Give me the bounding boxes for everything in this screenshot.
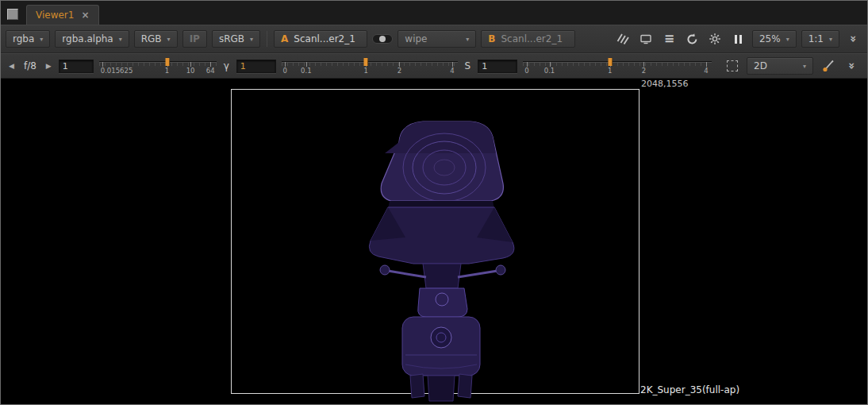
channels-label: rgba — [13, 33, 34, 44]
prev-arrow-icon[interactable]: ◀ — [7, 62, 16, 70]
proxy-scale-label: 1:1 — [808, 33, 824, 44]
fstop-display[interactable]: f/8 — [21, 60, 39, 71]
chevron-down-icon: ▾ — [119, 36, 122, 43]
proxy-scale-dropdown[interactable]: 1:1 ▾ — [801, 30, 839, 48]
tab-bar: Viewer1 × — [1, 1, 867, 25]
gain-tick-label: 1 — [165, 67, 169, 75]
tab-label: Viewer1 — [36, 10, 74, 21]
input-a-value: Scanl...er2_1 — [294, 33, 360, 44]
chevron-down-icon: ▾ — [803, 63, 806, 70]
panel-icon[interactable] — [7, 9, 18, 20]
wipe-mode-label: wipe — [405, 33, 460, 44]
input-b-value: Scanl...er2_1 — [501, 33, 568, 44]
saturation-tick-label: 0.1 — [544, 67, 555, 75]
gain-tick-label: 10 — [186, 67, 195, 75]
zoom-label: 25% — [759, 33, 781, 44]
format-name-label: 2K_Super_35(full-ap) — [640, 384, 739, 395]
sample-color-icon[interactable] — [819, 58, 837, 75]
chevron-down-icon: ▾ — [40, 36, 43, 43]
tab-viewer1[interactable]: Viewer1 × — [26, 5, 99, 25]
gamma-slider-handle[interactable] — [364, 58, 368, 66]
wipe-toggle[interactable] — [372, 34, 393, 44]
color-controls-bar: ◀ f/8 ▶ 0.015625 1 10 64 γ 0 0.1 1 2 — [1, 53, 867, 79]
saturation-label: S — [463, 60, 473, 71]
gain-tick-label: 0.015625 — [101, 67, 133, 75]
gamma-tick-label: 0 — [282, 67, 286, 75]
chevron-down-icon: ▾ — [250, 36, 253, 43]
gamma-input[interactable] — [236, 60, 276, 73]
saturation-input[interactable] — [478, 60, 517, 73]
roi-icon[interactable] — [723, 58, 741, 75]
close-icon[interactable]: × — [81, 10, 89, 20]
input-process-button[interactable]: IP — [182, 30, 207, 48]
rendered-snowmobile-image — [350, 118, 532, 404]
alpha-channel-label: rgba.alpha — [62, 33, 113, 44]
gain-slider-handle[interactable] — [165, 58, 169, 66]
zoom-dropdown[interactable]: 25% ▾ — [752, 30, 797, 48]
alpha-channel-dropdown[interactable]: rgba.alpha ▾ — [55, 30, 129, 48]
gamma-tick-label: 0.1 — [301, 67, 312, 75]
colorspace-label: sRGB — [219, 33, 244, 44]
input-b-badge: B — [488, 33, 495, 44]
display-mode-dropdown[interactable]: RGB ▾ — [134, 30, 178, 48]
viewer-canvas[interactable]: 2048,1556 2K_Super_35(full-ap) — [1, 79, 867, 404]
viewer-toolbar: rgba ▾ rgba.alpha ▾ RGB ▾ IP sRGB ▾ A Sc… — [1, 25, 867, 53]
saturation-tick-label: 1 — [608, 67, 612, 75]
input-a-badge: A — [281, 33, 288, 44]
view-mode-label: 2D — [754, 60, 767, 71]
collapse-controls-icon[interactable]: » — [843, 58, 861, 75]
gear-icon[interactable] — [706, 31, 724, 48]
gamma-label: γ — [222, 60, 231, 71]
input-a-dropdown[interactable]: A Scanl...er2_1 — [274, 30, 367, 48]
next-arrow-icon[interactable]: ▶ — [44, 62, 53, 70]
chevron-down-icon: ▾ — [466, 36, 469, 43]
saturation-slider-handle[interactable] — [608, 58, 612, 66]
chevron-down-icon: ▾ — [167, 36, 171, 43]
checker-stripes-icon[interactable] — [614, 31, 632, 48]
saturation-tick-label: 2 — [642, 67, 646, 75]
channels-dropdown[interactable]: rgba ▾ — [6, 30, 50, 48]
gain-input[interactable] — [59, 60, 94, 73]
menu-lines-icon[interactable]: ≡ — [660, 31, 678, 48]
resolution-label: 2048,1556 — [641, 79, 689, 89]
view-mode-dropdown[interactable]: 2D ▾ — [747, 57, 813, 75]
gamma-slider[interactable]: 0 0.1 1 2 4 — [282, 56, 458, 75]
gamma-tick-label: 1 — [364, 67, 368, 75]
input-process-label: IP — [190, 33, 200, 44]
saturation-tick-label: 0 — [524, 67, 528, 75]
gain-tick-label: 64 — [206, 67, 215, 75]
toggle-knob-icon — [379, 36, 386, 42]
gain-slider[interactable]: 0.015625 1 10 64 — [99, 56, 217, 75]
colorspace-dropdown[interactable]: sRGB ▾ — [212, 30, 260, 48]
viewer-window: Viewer1 × rgba ▾ rgba.alpha ▾ RGB ▾ IP s… — [0, 0, 868, 405]
refresh-icon[interactable] — [683, 31, 701, 48]
pause-icon[interactable] — [729, 31, 747, 48]
toolbar-separator — [267, 31, 267, 47]
collapse-toolbar-icon[interactable]: » — [844, 31, 862, 48]
saturation-slider[interactable]: 0 0.1 1 2 4 — [523, 56, 712, 75]
gamma-tick-label: 2 — [398, 67, 401, 75]
monitor-icon[interactable] — [637, 31, 655, 48]
chevron-down-icon: ▾ — [786, 36, 789, 43]
saturation-tick-label: 4 — [704, 67, 708, 75]
input-b-dropdown[interactable]: B Scanl...er2_1 — [481, 30, 574, 48]
chevron-down-icon: ▾ — [829, 36, 832, 43]
display-mode-label: RGB — [141, 33, 162, 44]
gamma-tick-label: 4 — [450, 67, 454, 75]
wipe-mode-dropdown[interactable]: wipe ▾ — [398, 30, 476, 48]
